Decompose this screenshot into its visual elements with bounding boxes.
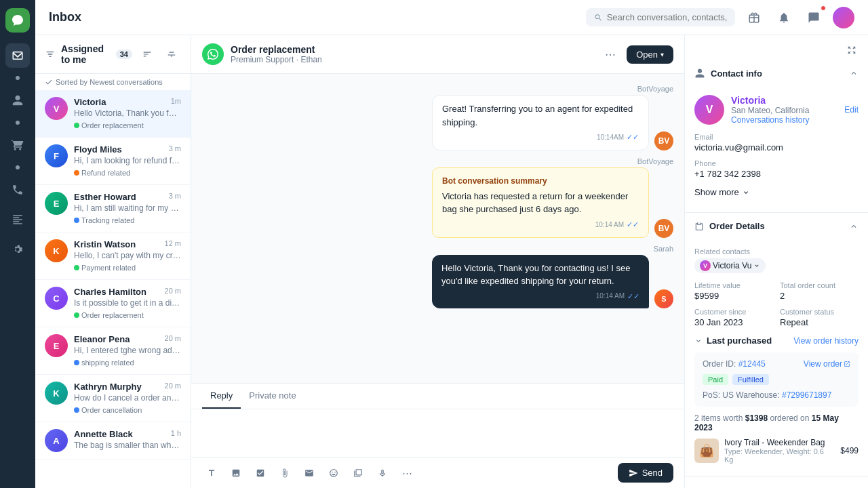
conv-avatar-kathryn: K — [45, 382, 68, 405]
email-label: Email — [694, 133, 859, 141]
gift-icon-btn[interactable] — [743, 7, 765, 28]
top-header: Inbox — [35, 0, 868, 35]
tab-private-note[interactable]: Private note — [241, 384, 304, 409]
order-id-link[interactable]: #12445 — [738, 359, 766, 369]
view-order-link[interactable]: View order — [804, 359, 850, 369]
paid-badge: Paid — [703, 374, 728, 385]
record-btn[interactable] — [373, 464, 392, 483]
order-card: Order ID: #12445 View order Paid — [694, 352, 859, 407]
order-details-header[interactable]: Order Details — [685, 213, 868, 239]
chat-panel: Order replacement Premium Support · Etha… — [191, 35, 685, 488]
filter-icon — [45, 49, 56, 60]
sorted-label: Sorted by Newest conversations — [35, 74, 191, 90]
reply-area[interactable] — [191, 409, 684, 457]
sort-btn[interactable] — [138, 45, 157, 64]
attachment-btn[interactable] — [275, 464, 294, 483]
status-badges: Paid Fulfilled — [703, 374, 850, 385]
check-icon — [45, 78, 53, 86]
tab-reply[interactable]: Reply — [202, 384, 241, 409]
template-btn[interactable] — [349, 464, 368, 483]
order-id-row: Order ID: #12445 View order — [703, 359, 850, 369]
image-btn[interactable] — [226, 464, 245, 483]
related-contacts-label: Related contacts — [694, 247, 859, 256]
user-avatar[interactable] — [833, 7, 854, 28]
content-area: Assigned to me 34 Sorted by Newest conve… — [35, 35, 868, 488]
collapse-actions — [685, 35, 868, 60]
sidebar-icon-shop[interactable] — [5, 133, 30, 157]
phone-label: Phone — [694, 159, 859, 167]
search-box[interactable] — [586, 8, 735, 26]
sidebar-icon-inbox[interactable] — [5, 43, 30, 68]
order-icon — [694, 222, 704, 231]
contact-info-header[interactable]: Contact info — [685, 60, 868, 87]
right-panel: Contact info V Victoria San Mateo, Calif… — [685, 35, 868, 488]
conv-item-kristin[interactable]: K Kristin Watson 12 m Hello, I can't pay… — [35, 232, 191, 280]
pos-link[interactable]: #7299671897 — [782, 390, 831, 400]
conv-avatar-annette: A — [45, 429, 68, 452]
total-orders-stat: Total order count 2 — [780, 281, 859, 301]
sidebar-icon-contacts[interactable] — [5, 88, 30, 113]
whatsapp-icon — [202, 43, 224, 65]
send-icon — [629, 468, 638, 478]
chat-header: Order replacement Premium Support · Etha… — [191, 35, 684, 74]
conv-item-annette[interactable]: A Annette Black 1 h The bag is smaller t… — [35, 422, 191, 460]
lifetime-value-stat: Lifetime value $9599 — [694, 281, 773, 301]
conv-avatar-victoria: V — [45, 97, 68, 120]
conv-item-esther[interactable]: E Esther Howard 3 m Hi, I am still waiti… — [35, 185, 191, 232]
product-row: 👜 Ivory Trail - Weekender Bag Type: Week… — [694, 438, 859, 464]
contact-history-link[interactable]: Conversations history — [731, 115, 837, 125]
order-details-title: Order Details — [709, 221, 844, 231]
conv-item-victoria[interactable]: V Victoria 1m Hello Victoria, Thank you … — [35, 90, 191, 138]
more-options-btn[interactable]: ⋯ — [601, 45, 620, 64]
collapse-panel-btn[interactable] — [842, 41, 861, 60]
more-toolbar-btn[interactable]: ⋯ — [397, 464, 416, 483]
conv-body-victoria: Victoria 1m Hello Victoria, Thank you fo… — [74, 97, 181, 130]
open-button[interactable]: Open ▾ — [627, 45, 673, 64]
sidebar-dot-2 — [16, 121, 20, 125]
victoria-contact-tag[interactable]: V Victoria Vu — [694, 258, 766, 273]
checklist-btn[interactable] — [251, 464, 270, 483]
sidebar-icon-phone[interactable] — [5, 178, 30, 202]
search-input[interactable] — [607, 12, 727, 22]
search-icon — [594, 13, 603, 22]
filter-options-btn[interactable] — [162, 45, 181, 64]
product-info: Ivory Trail - Weekender Bag Type: Weeken… — [724, 438, 835, 464]
conv-item-floyd[interactable]: F Floyd Miles 3 m Hi, I am looking for r… — [35, 138, 191, 185]
notification-btn[interactable] — [773, 7, 795, 28]
contact-info-icon — [694, 68, 705, 79]
chevron-down-icon — [742, 188, 750, 197]
emoji-btn[interactable] — [324, 464, 343, 483]
email-btn[interactable] — [300, 464, 319, 483]
conv-item-charles[interactable]: C Charles Hamilton 20 m Is it possible t… — [35, 280, 191, 327]
send-button[interactable]: Send — [618, 463, 673, 483]
sidebar-icon-settings[interactable] — [5, 237, 30, 262]
compose-icon — [808, 12, 820, 24]
sidebar-dot-1 — [16, 76, 20, 80]
bell-icon — [778, 12, 790, 24]
summary-text: Victoria has requested a return for a we… — [442, 190, 639, 216]
product-thumbnail: 👜 — [694, 439, 719, 463]
summary-card: Bot conversation summary Victoria has re… — [432, 167, 649, 238]
app-logo[interactable] — [5, 8, 30, 33]
conv-item-kathryn[interactable]: K Kathryn Murphy 20 m How do I cancel a … — [35, 375, 191, 422]
conversation-list: Assigned to me 34 Sorted by Newest conve… — [35, 35, 191, 488]
conv-avatar-floyd: F — [45, 144, 68, 167]
reply-toolbar: ⋯ Send — [191, 457, 684, 488]
show-more-btn[interactable]: Show more — [694, 186, 859, 204]
conv-item-eleanor[interactable]: E Eleanor Pena 20 m Hi, I entered tghe w… — [35, 327, 191, 375]
conversation-items: V Victoria 1m Hello Victoria, Thank you … — [35, 90, 191, 488]
agent-avatar: S — [654, 289, 673, 308]
header-actions — [586, 7, 854, 28]
edit-contact-btn[interactable]: Edit — [844, 105, 859, 115]
view-history-link[interactable]: View order history — [793, 336, 859, 346]
chat-header-sub: Premium Support · Ethan — [231, 55, 594, 64]
fulfilled-badge: Fulfilled — [732, 374, 769, 385]
compose-icon-btn[interactable] — [803, 7, 825, 28]
main-content: Inbox — [35, 0, 868, 488]
format-text-btn[interactable] — [202, 464, 221, 483]
conv-avatar-esther: E — [45, 192, 68, 215]
contact-avatar-row: V Victoria San Mateo, California Convers… — [694, 95, 859, 125]
sidebar-icon-reports[interactable] — [5, 207, 30, 232]
stats-grid: Lifetime value $9599 Total order count 2… — [694, 281, 859, 327]
summary-title: Bot conversation summary — [442, 176, 639, 186]
